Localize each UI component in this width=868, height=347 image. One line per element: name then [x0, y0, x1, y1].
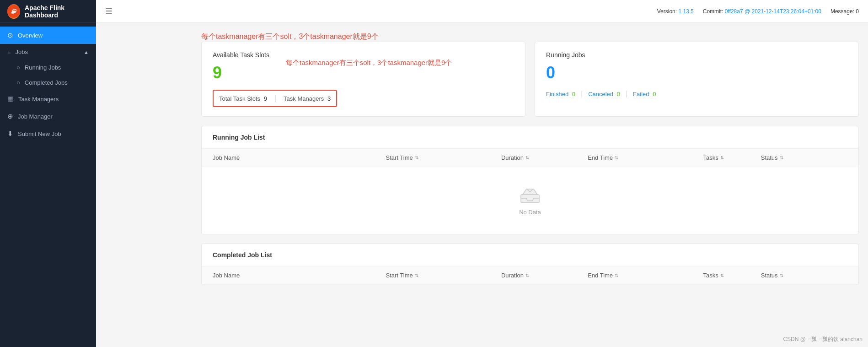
- completed-jobs-icon: ○: [16, 79, 20, 86]
- message-label-text: Message:: [830, 8, 854, 15]
- sort-status-icon-2[interactable]: ⇅: [780, 273, 783, 278]
- sidebar-group-jobs[interactable]: ≡ Jobs ▲: [0, 44, 96, 60]
- total-slots-label: Total Task Slots: [219, 95, 260, 102]
- canceled-label: Canceled: [588, 91, 613, 98]
- running-stats: Finished 0 | Canceled 0 | Failed 0: [546, 90, 847, 98]
- annotation-text: 每个taskmanager有三个solt，3个taskmanager就是9个: [201, 32, 859, 42]
- col-header-tasks[interactable]: Tasks ⇅: [703, 154, 761, 161]
- sort-end-time-icon-2[interactable]: ⇅: [615, 273, 618, 278]
- job-manager-icon: ⊕: [7, 112, 13, 120]
- col-header-status-2[interactable]: Status ⇅: [761, 272, 847, 279]
- task-managers-value: 3: [327, 95, 331, 102]
- col-start-time-label: Start Time: [386, 154, 413, 161]
- sort-tasks-icon-2[interactable]: ⇅: [720, 273, 724, 278]
- commit-label-text: Commit:: [703, 8, 723, 15]
- col-header-start-time-2[interactable]: Start Time ⇅: [386, 272, 501, 279]
- task-managers-stat: Task Managers 3: [284, 95, 331, 102]
- failed-stat: Failed 0: [633, 91, 656, 98]
- running-jobs-label: Running Jobs: [25, 64, 61, 71]
- overview-icon: ⊙: [7, 31, 13, 39]
- commit-value: 0ff28a7 @ 2021-12-14T23:26:04+01:00: [725, 8, 821, 15]
- topbar: ☰ Version: 1.13.5 Commit: 0ff28a7 @ 2021…: [96, 0, 868, 23]
- completed-job-list-header: Job Name Start Time ⇅ Duration ⇅ End Tim…: [202, 266, 858, 285]
- col-status-label-2: Status: [761, 272, 778, 279]
- col-tasks-label: Tasks: [703, 154, 718, 161]
- version-label-text: Version:: [657, 8, 677, 15]
- task-managers-label: Task Managers: [18, 96, 59, 103]
- running-jobs-title: Running Jobs: [546, 51, 847, 59]
- version-label: Version: 1.13.5: [657, 8, 694, 15]
- submit-new-job-label: Submit New Job: [18, 130, 61, 137]
- col-end-time-label: End Time: [588, 154, 613, 161]
- total-task-slots-stat: Total Task Slots 9: [219, 95, 267, 102]
- col-header-status[interactable]: Status ⇅: [761, 154, 847, 161]
- commit-label: Commit: 0ff28a7 @ 2021-12-14T23:26:04+01…: [703, 8, 821, 15]
- total-slots-value: 9: [264, 95, 267, 102]
- completed-job-list-title: Completed Job List: [202, 244, 858, 266]
- sort-start-time-icon-2[interactable]: ⇅: [415, 273, 418, 278]
- sort-duration-icon-2[interactable]: ⇅: [525, 273, 529, 278]
- sidebar-item-running-jobs[interactable]: ○ Running Jobs: [0, 60, 96, 75]
- topbar-right: Version: 1.13.5 Commit: 0ff28a7 @ 2021-1…: [657, 8, 859, 15]
- task-managers-label: Task Managers: [284, 95, 324, 102]
- message-label: Message: 0: [830, 8, 859, 15]
- col-header-tasks-2[interactable]: Tasks ⇅: [703, 272, 761, 279]
- running-jobs-value: 0: [546, 63, 847, 82]
- sidebar-title-text: Apache Flink Dashboard: [25, 4, 89, 19]
- canceled-stat: Canceled 0: [588, 91, 620, 98]
- col-header-start-time[interactable]: Start Time ⇅: [386, 154, 501, 161]
- task-managers-icon: ▦: [7, 95, 14, 103]
- sort-status-icon[interactable]: ⇅: [780, 156, 783, 160]
- message-value: 0: [856, 8, 859, 15]
- col-duration-label: Duration: [501, 154, 524, 161]
- sidebar-item-job-manager[interactable]: ⊕ Job Manager: [0, 108, 96, 125]
- stat-divider-1: |: [274, 94, 276, 103]
- col-header-job-name: Job Name: [213, 154, 386, 161]
- col-tasks-label-2: Tasks: [703, 272, 718, 279]
- col-header-duration-2[interactable]: Duration ⇅: [501, 272, 588, 279]
- sidebar-item-overview[interactable]: ⊙ Overview: [0, 27, 96, 44]
- col-job-name-label-2: Job Name: [213, 272, 240, 279]
- sidebar-item-submit-new-job[interactable]: ⬇ Submit New Job: [0, 125, 96, 142]
- col-header-end-time-2[interactable]: End Time ⇅: [588, 272, 703, 279]
- col-header-duration[interactable]: Duration ⇅: [501, 154, 588, 161]
- task-slots-stats: Total Task Slots 9 | Task Managers 3: [213, 90, 337, 107]
- canceled-value: 0: [617, 91, 620, 98]
- jobs-icon: ≡: [7, 49, 11, 55]
- running-job-list-section: Running Job List Job Name Start Time ⇅ D…: [201, 126, 859, 234]
- col-duration-label-2: Duration: [501, 272, 524, 279]
- running-jobs-card: Running Jobs 0 Finished 0 | Canceled 0 |…: [535, 42, 859, 117]
- job-manager-label: Job Manager: [18, 113, 53, 120]
- sidebar-item-task-managers[interactable]: ▦ Task Managers: [0, 90, 96, 108]
- overview-label: Overview: [18, 32, 43, 39]
- sort-end-time-icon[interactable]: ⇅: [615, 156, 618, 160]
- col-header-job-name-2: Job Name: [213, 272, 386, 279]
- finished-stat: Finished 0: [546, 91, 575, 98]
- jobs-label: Jobs: [16, 49, 28, 55]
- sidebar-header: Apache Flink Dashboard: [0, 0, 96, 23]
- main-content: 每个taskmanager有三个solt，3个taskmanager就是9个 A…: [192, 23, 868, 347]
- no-data-icon: [519, 185, 541, 209]
- running-job-list-title: Running Job List: [202, 126, 858, 149]
- finished-label: Finished: [546, 91, 568, 98]
- col-job-name-label: Job Name: [213, 154, 240, 161]
- menu-toggle-icon[interactable]: ☰: [105, 6, 113, 16]
- col-start-time-label-2: Start Time: [386, 272, 413, 279]
- sort-start-time-icon[interactable]: ⇅: [415, 156, 418, 160]
- available-task-slots-title: Available Task Slots: [213, 51, 514, 59]
- sort-tasks-icon[interactable]: ⇅: [720, 156, 724, 160]
- no-data-text: No Data: [519, 209, 541, 216]
- sort-duration-icon[interactable]: ⇅: [525, 156, 529, 160]
- running-divider-1: |: [581, 90, 583, 98]
- annotation-overlay: 每个taskmanager有三个solt，3个taskmanager就是9个: [286, 59, 452, 67]
- running-job-list-empty: No Data: [202, 167, 858, 234]
- sidebar-item-completed-jobs[interactable]: ○ Completed Jobs: [0, 75, 96, 90]
- sidebar-nav: ⊙ Overview ≡ Jobs ▲ ○ Running Jobs ○ Com…: [0, 23, 96, 347]
- running-job-list-header: Job Name Start Time ⇅ Duration ⇅ End Tim…: [202, 149, 858, 167]
- col-header-end-time[interactable]: End Time ⇅: [588, 154, 703, 161]
- sidebar: Apache Flink Dashboard ⊙ Overview ≡ Jobs…: [0, 0, 96, 347]
- version-value: 1.13.5: [678, 8, 693, 15]
- completed-job-list-section: Completed Job List Job Name Start Time ⇅…: [201, 244, 859, 285]
- running-divider-2: |: [626, 90, 627, 98]
- jobs-arrow-icon: ▲: [84, 49, 89, 55]
